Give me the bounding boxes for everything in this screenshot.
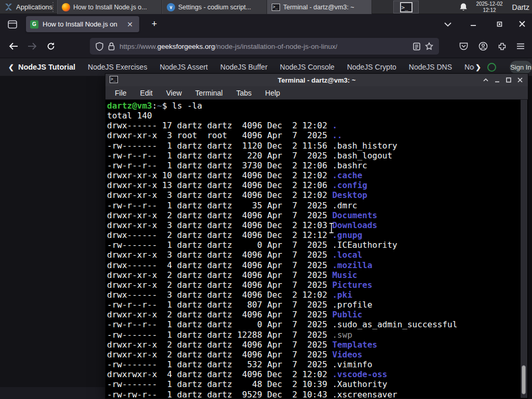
- applications-menu-button[interactable]: Applications: [0, 0, 57, 14]
- notification-bell-icon[interactable]: [458, 2, 469, 12]
- nav-link-buffer[interactable]: NodeJS Buffer: [220, 63, 268, 71]
- sign-in-button[interactable]: Sign In: [510, 61, 532, 74]
- terminal-line: drwxrwxr-x 4 dartz dartz 4096 Dec 2 12:0…: [107, 369, 521, 379]
- file-name: Templates: [332, 340, 377, 350]
- file-name: Public: [332, 310, 362, 320]
- shield-icon[interactable]: [96, 42, 103, 51]
- nav-link-assert[interactable]: NodeJS Assert: [159, 63, 208, 71]
- terminal-output[interactable]: dartz@vm3:~$ ls -la total 140 drwx------…: [106, 100, 521, 398]
- page-footer-strip: [0, 387, 105, 399]
- panel-clock[interactable]: 2025-12-02 12:12: [472, 1, 507, 14]
- navigation-toolbar: https://www.geeksforgeeks.org/node-js/in…: [0, 34, 532, 58]
- file-name: .Xauthority: [332, 379, 387, 389]
- terminal-line: drwxr-xr-x 2 dartz dartz 4096 Apr 7 2025…: [107, 270, 521, 280]
- panel-tasklist: How to Install Node.js o...∨Settings - c…: [57, 0, 372, 14]
- terminal-line: -rw-r--r-- 1 dartz dartz 35 Apr 7 2025 .…: [107, 201, 521, 210]
- nav-link-tutorial[interactable]: NodeJS Tutorial: [18, 63, 75, 71]
- nav-link-console[interactable]: NodeJS Console: [280, 63, 335, 71]
- terminal-line: drwxr-xr-x 13 dartz dartz 4096 Dec 2 12:…: [107, 180, 521, 190]
- user-menu-button[interactable]: Dartz: [512, 0, 529, 14]
- terminal-line: drwxr-xr-x 3 dartz dartz 4096 Dec 2 12:0…: [107, 220, 521, 230]
- pocket-icon[interactable]: [456, 39, 471, 54]
- terminal-line: drwx------ 4 dartz dartz 4096 Apr 7 2025…: [107, 260, 521, 270]
- task-button-codium[interactable]: ∨Settings - codium script...: [162, 0, 267, 14]
- back-icon[interactable]: [6, 39, 21, 54]
- file-name: Documents: [332, 210, 377, 220]
- codium-icon: ∨: [167, 3, 175, 11]
- file-name: .local: [332, 250, 362, 260]
- extensions-icon[interactable]: [495, 39, 509, 54]
- terminal-launcher-button[interactable]: >_: [393, 1, 419, 14]
- file-name: .profile: [332, 300, 372, 310]
- mouse-cursor: [328, 222, 335, 234]
- browser-minimize-button[interactable]: [467, 17, 480, 31]
- file-name: .viminfo: [332, 360, 372, 369]
- new-tab-button[interactable]: +: [148, 18, 161, 31]
- terminal-line: drwxr-xr-x 10 dartz dartz 4096 Dec 2 12:…: [107, 170, 521, 180]
- nav-back-chevron-icon[interactable]: ❮: [8, 63, 14, 71]
- nav-link-dns[interactable]: NodeJS DNS: [409, 63, 452, 71]
- task-button-terminal[interactable]: >_Terminal - dartz@vm3: ~: [267, 0, 372, 14]
- distro-logo-icon: [4, 3, 13, 11]
- file-name: .swp: [332, 330, 352, 340]
- terminal-line: drwx------ 17 dartz dartz 4096 Dec 2 12:…: [107, 121, 521, 130]
- browser-tab[interactable]: G How to Install Node.js on ✕: [26, 16, 139, 32]
- account-icon[interactable]: [476, 39, 490, 54]
- menu-hamburger-icon[interactable]: [513, 39, 528, 54]
- lock-icon[interactable]: [108, 42, 115, 50]
- terminal-window: >_ Terminal - dartz@vm3: ~ File Edit: [105, 73, 528, 399]
- search-icon[interactable]: [487, 63, 496, 72]
- forward-icon[interactable]: [25, 39, 39, 54]
- nav-link-truncated[interactable]: Node: [464, 63, 474, 71]
- terminal-title: Terminal - dartz@vm3: ~: [105, 76, 528, 84]
- menu-terminal[interactable]: Terminal: [195, 89, 223, 97]
- task-title: How to Install Node.js o...: [73, 4, 147, 11]
- nav-link-crypto[interactable]: NodeJS Crypto: [347, 63, 396, 71]
- tab-title: How to Install Node.js on: [43, 20, 121, 28]
- browser-maximize-button[interactable]: [493, 17, 506, 31]
- firefox-view-icon[interactable]: [5, 17, 20, 32]
- task-title: Settings - codium script...: [178, 4, 251, 11]
- list-all-tabs-chevron-icon[interactable]: [442, 18, 454, 31]
- terminal-shade-button[interactable]: [480, 74, 491, 86]
- file-name: .bashrc: [332, 161, 367, 170]
- reload-icon[interactable]: [44, 39, 58, 54]
- file-name: .cache: [332, 170, 362, 180]
- terminal-line: drwxr-xr-x 2 dartz dartz 4096 Apr 7 2025…: [107, 210, 521, 220]
- tab-close-icon[interactable]: ✕: [125, 20, 135, 29]
- reader-mode-icon[interactable]: [413, 43, 420, 50]
- terminal-line: -rw-r--r-- 1 dartz dartz 220 Apr 7 2025 …: [107, 151, 521, 161]
- menu-edit[interactable]: Edit: [140, 89, 153, 97]
- terminal-line: drwxr-xr-x 2 dartz dartz 4096 Apr 7 2025…: [107, 340, 521, 350]
- url-bar[interactable]: https://www.geeksforgeeks.org/node-js/in…: [90, 38, 439, 55]
- task-button-firefox[interactable]: How to Install Node.js o...: [57, 0, 162, 14]
- terminal-line: drwxr-xr-x 2 dartz dartz 4096 Apr 7 2025…: [107, 310, 521, 320]
- terminal-line: drwx------ 2 dartz dartz 4096 Dec 2 12:1…: [107, 230, 521, 240]
- terminal-close-button[interactable]: [514, 74, 526, 86]
- nav-more-chevron-icon[interactable]: ❯: [475, 63, 481, 71]
- terminal-line: drwxr-xr-x 2 dartz dartz 4096 Apr 7 2025…: [107, 350, 521, 360]
- terminal-scrollbar[interactable]: [521, 100, 527, 398]
- menu-view[interactable]: View: [166, 89, 182, 97]
- browser-close-button[interactable]: [515, 17, 529, 31]
- file-name: Pictures: [332, 280, 372, 290]
- clock-date: 2025-12-02: [472, 1, 507, 7]
- terminal-titlebar[interactable]: >_ Terminal - dartz@vm3: ~: [105, 74, 528, 86]
- file-name: .config: [332, 180, 367, 190]
- menu-help[interactable]: Help: [265, 89, 280, 97]
- terminal-line: -rw-r--r-- 1 dartz dartz 3730 Dec 2 12:0…: [107, 161, 521, 170]
- terminal-minimize-button[interactable]: [491, 74, 503, 86]
- terminal-scrollbar-thumb[interactable]: [522, 365, 526, 394]
- terminal-line: drwxr-xr-x 3 dartz dartz 4096 Dec 2 12:0…: [107, 190, 521, 200]
- menu-file[interactable]: File: [115, 89, 127, 97]
- terminal-icon: >_: [110, 76, 118, 83]
- bookmark-star-icon[interactable]: [425, 42, 433, 50]
- menu-tabs[interactable]: Tabs: [236, 89, 252, 97]
- terminal-maximize-button[interactable]: [503, 74, 514, 86]
- file-name: .pki: [332, 290, 352, 300]
- terminal-line: -rw-r--r-- 1 dartz dartz 807 Apr 7 2025 …: [107, 300, 521, 310]
- terminal-menubar: File Edit View Terminal Tabs Help: [105, 86, 528, 100]
- terminal-line: -rw------- 1 dartz dartz 532 Apr 7 2025 …: [107, 360, 521, 369]
- file-name: .dmrc: [332, 201, 357, 210]
- nav-link-exercises[interactable]: NodeJS Exercises: [88, 63, 147, 71]
